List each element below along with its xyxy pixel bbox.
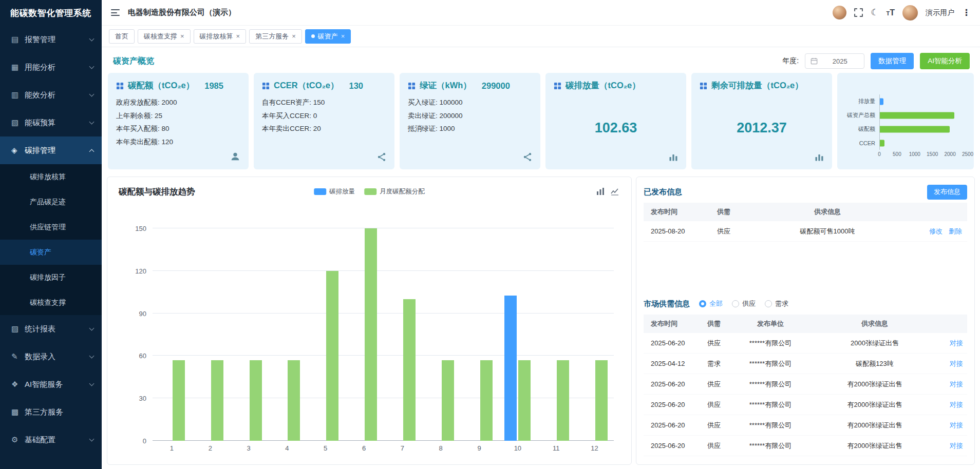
market-info: 有2000张绿证出售 xyxy=(811,380,938,389)
sidebar-item-supply-chain[interactable]: 供应链管理 xyxy=(0,214,102,240)
avatar-small[interactable] xyxy=(833,6,846,19)
close-icon[interactable]: × xyxy=(341,33,345,40)
market-header-cell: 供求信息 xyxy=(811,319,938,328)
stat-card-ccer: CCER（tCO₂e）130自有CCER资产: 150本年买入CCER: 0本年… xyxy=(254,73,394,169)
mini-chart-track xyxy=(879,94,968,108)
trend-bar-s1-m11[interactable] xyxy=(557,360,569,441)
font-size-icon[interactable]: TT xyxy=(886,8,895,17)
tab-carbon-accounting[interactable]: 碳排放核算× xyxy=(194,29,247,44)
mini-chart-bar-0[interactable] xyxy=(880,98,883,105)
edit-link[interactable]: 修改 xyxy=(929,227,943,236)
close-icon[interactable]: × xyxy=(180,33,184,40)
tab-carbon-asset[interactable]: 碳资产× xyxy=(305,29,351,44)
sidebar-item-label: AI智能服务 xyxy=(25,380,90,389)
page-title[interactable]: 碳资产概览 xyxy=(113,56,154,67)
sidebar-item-ai-service[interactable]: ❖AI智能服务 xyxy=(0,370,102,398)
trend-y-tick: 90 xyxy=(126,310,146,318)
connect-link[interactable]: 对接 xyxy=(950,339,963,347)
filter-radio-demand[interactable]: 需求 xyxy=(765,299,788,308)
connect-link[interactable]: 对接 xyxy=(950,421,963,429)
mini-chart-bar-3[interactable] xyxy=(880,140,884,146)
sidebar-item-carbon-verification[interactable]: 碳核查支撑 xyxy=(0,290,102,315)
sidebar-item-label: 数据录入 xyxy=(25,352,90,362)
trend-month-10 xyxy=(498,228,537,441)
grid-icon xyxy=(262,82,270,90)
sidebar-item-alarm[interactable]: ▤报警管理 xyxy=(0,26,102,53)
sidebar-item-energy-carbon-budget[interactable]: ▧能碳预算 xyxy=(0,109,102,136)
mini-chart-rows: 排放量碳资产总额碳配额CCER xyxy=(843,94,968,150)
published-title: 已发布信息 xyxy=(644,187,682,197)
stat-card-head: 碳配额（tCO₂e）1985 xyxy=(116,80,240,91)
sidebar-item-base-config[interactable]: ⚙基础配置 xyxy=(0,426,102,454)
user-avatar[interactable] xyxy=(902,5,918,21)
sidebar-item-emission-factor[interactable]: 碳排放因子 xyxy=(0,265,102,290)
trend-bar-s1-m4[interactable] xyxy=(288,360,300,441)
trend-bar-s1-m8[interactable] xyxy=(442,360,454,441)
market-actions: 对接 xyxy=(938,339,967,348)
trend-bar-s1-m12[interactable] xyxy=(595,360,608,441)
trend-bar-s1-m7[interactable] xyxy=(403,299,416,441)
sidebar-item-report[interactable]: ▨统计报表 xyxy=(0,315,102,343)
sidebar-item-carbon-management[interactable]: ◈碳排管理 xyxy=(0,136,102,164)
close-icon[interactable]: × xyxy=(236,33,240,40)
bar-chart-toggle-icon[interactable] xyxy=(596,187,605,196)
market-info: 有2000张绿证出售 xyxy=(811,400,938,409)
sidebar-item-third-party[interactable]: ▩第三方服务 xyxy=(0,398,102,426)
connect-link[interactable]: 对接 xyxy=(950,401,963,408)
sidebar-item-data-entry[interactable]: ✎数据录入 xyxy=(0,343,102,370)
market-actions: 对接 xyxy=(938,441,967,451)
trend-plot-wrap: 0306090120150 123456789101112 xyxy=(153,228,614,441)
mini-chart-category-label: 碳配额 xyxy=(843,125,879,133)
filter-radio-all[interactable]: 全部 xyxy=(699,299,723,308)
year-input[interactable] xyxy=(821,57,859,65)
data-manage-button[interactable]: 数据管理 xyxy=(871,53,914,69)
legend-item-1[interactable]: 月度碳配额分配 xyxy=(364,187,425,196)
radio-icon xyxy=(699,300,706,307)
fullscreen-icon[interactable] xyxy=(854,8,863,17)
trend-bar-s1-m9[interactable] xyxy=(480,360,493,441)
published-header-cell: 发布时间 xyxy=(644,207,705,217)
year-picker[interactable] xyxy=(805,53,864,69)
mini-chart-track xyxy=(879,136,968,150)
trend-bar-s1-m10[interactable] xyxy=(518,360,531,441)
third-party-icon: ▩ xyxy=(11,407,25,417)
more-menu-icon[interactable]: ⋮ xyxy=(962,7,971,18)
mini-chart-row: 排放量 xyxy=(843,94,968,108)
trend-bar-s0-m10[interactable] xyxy=(504,296,517,441)
chevron-down-icon xyxy=(89,119,95,124)
calendar-icon xyxy=(811,57,818,65)
filter-radio-supply[interactable]: 供应 xyxy=(732,299,756,308)
ai-analysis-button[interactable]: AI智能分析 xyxy=(920,53,970,69)
menu-collapse-icon[interactable] xyxy=(111,9,120,16)
connect-link[interactable]: 对接 xyxy=(950,442,963,450)
sidebar-item-efficiency-analysis[interactable]: ▥能效分析 xyxy=(0,81,102,109)
sidebar-item-label: 报警管理 xyxy=(25,35,90,45)
dark-mode-icon[interactable]: ☾ xyxy=(871,8,878,17)
sidebar-item-carbon-asset[interactable]: 碳资产 xyxy=(0,240,102,265)
market-row: 2025-06-20供应******有限公司有2000张绿证出售对接 xyxy=(644,395,967,415)
mini-chart-bar-2[interactable] xyxy=(880,126,950,132)
radio-icon xyxy=(765,300,772,307)
trend-bar-s1-m5[interactable] xyxy=(326,271,338,441)
connect-link[interactable]: 对接 xyxy=(950,360,963,367)
published-header-cell: 供求信息 xyxy=(742,207,913,217)
tab-third-party[interactable]: 第三方服务× xyxy=(249,29,302,44)
trend-bar-s1-m1[interactable] xyxy=(173,360,185,441)
trend-bar-s1-m2[interactable] xyxy=(211,360,223,441)
market-row: 2025-04-12需求******有限公司碳配额123吨对接 xyxy=(644,354,967,374)
sidebar-item-energy-analysis[interactable]: ▦用能分析 xyxy=(0,53,102,81)
market-org: ******有限公司 xyxy=(730,441,811,451)
publish-button[interactable]: 发布信息 xyxy=(927,185,967,200)
delete-link[interactable]: 删除 xyxy=(949,227,962,236)
line-chart-toggle-icon[interactable] xyxy=(611,187,619,196)
tab-home[interactable]: 首页 xyxy=(109,29,135,44)
connect-link[interactable]: 对接 xyxy=(950,380,963,388)
tab-carbon-verification[interactable]: 碳核查支撑× xyxy=(138,29,191,44)
legend-item-0[interactable]: 碳排放量 xyxy=(314,187,355,196)
close-icon[interactable]: × xyxy=(292,33,296,40)
sidebar-item-carbon-accounting[interactable]: 碳排放核算 xyxy=(0,164,102,189)
trend-bar-s1-m6[interactable] xyxy=(365,228,377,441)
trend-bar-s1-m3[interactable] xyxy=(250,360,262,441)
mini-chart-bar-1[interactable] xyxy=(880,112,954,119)
sidebar-item-product-footprint[interactable]: 产品碳足迹 xyxy=(0,189,102,214)
